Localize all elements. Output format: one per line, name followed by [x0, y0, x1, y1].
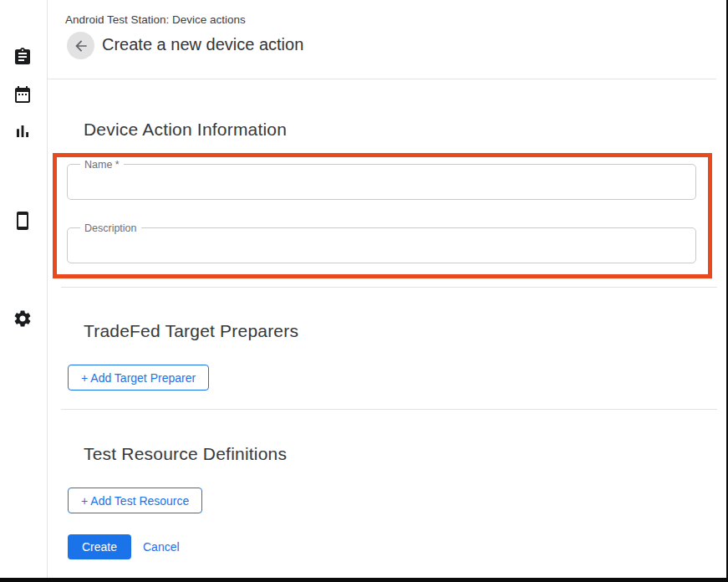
add-target-preparer-button[interactable]: + Add Target Preparer — [68, 365, 209, 391]
gear-icon[interactable] — [13, 309, 33, 329]
section-title-test-resources: Test Resource Definitions — [84, 444, 287, 464]
back-button[interactable] — [67, 32, 94, 59]
name-field[interactable]: Name * — [67, 164, 696, 200]
divider — [61, 409, 717, 410]
clipboard-assignment-icon[interactable] — [13, 47, 33, 67]
sidebar-divider — [47, 0, 48, 578]
section-title-device-action-info: Device Action Information — [84, 120, 287, 140]
description-field[interactable]: Description — [67, 227, 696, 263]
sidebar — [0, 0, 47, 578]
smartphone-icon[interactable] — [13, 211, 33, 231]
section-title-target-preparers: TradeFed Target Preparers — [84, 321, 298, 341]
add-test-resource-button[interactable]: + Add Test Resource — [68, 488, 202, 513]
arrow-back-icon — [73, 38, 89, 54]
bar-chart-icon[interactable] — [13, 121, 33, 141]
name-input[interactable] — [68, 165, 695, 199]
page-title: Create a new device action — [102, 35, 303, 54]
android-test-station-window: Android Test Station: Device actions Cre… — [0, 0, 728, 582]
cancel-link[interactable]: Cancel — [143, 540, 180, 554]
create-button[interactable]: Create — [68, 534, 131, 559]
description-input[interactable] — [68, 228, 695, 263]
calendar-icon[interactable] — [13, 84, 33, 105]
divider — [48, 79, 716, 79]
breadcrumb: Android Test Station: Device actions — [65, 13, 246, 26]
divider — [61, 287, 717, 288]
